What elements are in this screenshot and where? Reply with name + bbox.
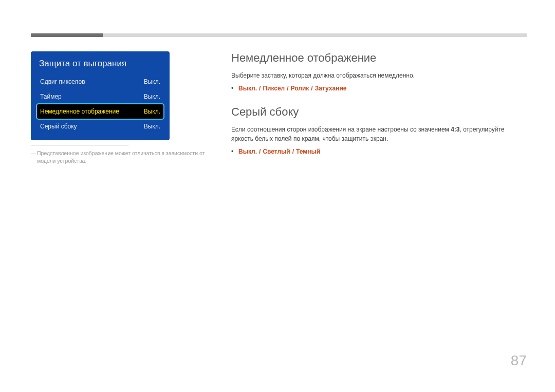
options-line: • Выкл./Пиксел/Ролик/Затухание	[231, 85, 527, 92]
bullet-icon: •	[231, 85, 233, 92]
page-number: 87	[511, 352, 527, 369]
option: Выкл.	[238, 148, 257, 155]
osd-row-value: Выкл.	[144, 93, 160, 100]
section-body: Если соотношения сторон изображения на э…	[231, 125, 527, 144]
osd-row-value: Выкл.	[144, 108, 160, 115]
body-bold: 4:3	[451, 126, 459, 133]
body-pre: Если соотношения сторон изображения на э…	[231, 126, 451, 133]
sep: /	[309, 85, 314, 92]
osd-row-value: Выкл.	[144, 78, 160, 85]
osd-row-value: Выкл.	[144, 123, 160, 130]
option: Выкл.	[238, 85, 257, 92]
section-body: Выберите заставку, которая должна отобра…	[231, 71, 527, 81]
osd-row-side-gray[interactable]: Серый сбоку Выкл.	[37, 119, 163, 134]
disclaimer-text: Представленное изображение может отличат…	[37, 150, 205, 164]
options-line: • Выкл./Светлый/Темный	[231, 148, 527, 155]
section-side-gray: Серый сбоку Если соотношения сторон изоб…	[231, 105, 527, 155]
sep: /	[290, 148, 296, 155]
osd-row-immediate-display[interactable]: Немедленное отображение Выкл.	[37, 104, 163, 119]
disclaimer-rule	[31, 145, 128, 145]
osd-row-label: Серый сбоку	[40, 123, 77, 130]
option: Затухание	[315, 85, 347, 92]
option: Пиксел	[263, 85, 285, 92]
sep: /	[257, 85, 263, 92]
option: Темный	[296, 148, 320, 155]
osd-row-label: Немедленное отображение	[40, 108, 119, 115]
dash-icon: ―	[31, 150, 36, 157]
option: Ролик	[291, 85, 309, 92]
sep: /	[285, 85, 290, 92]
top-rule-accent	[31, 33, 103, 37]
top-rule	[31, 33, 527, 37]
osd-row-pixel-shift[interactable]: Сдвиг пикселов Выкл.	[37, 74, 163, 89]
option: Светлый	[263, 148, 290, 155]
disclaimer-note: ― Представленное изображение может отлич…	[31, 150, 221, 165]
bullet-icon: •	[231, 148, 233, 155]
sep: /	[257, 148, 263, 155]
osd-row-label: Таймер	[40, 93, 62, 100]
section-immediate-display: Немедленное отображение Выберите заставк…	[231, 51, 527, 92]
osd-title: Защита от выгорания	[37, 59, 163, 74]
osd-row-timer[interactable]: Таймер Выкл.	[37, 89, 163, 104]
osd-row-label: Сдвиг пикселов	[40, 78, 85, 85]
section-heading: Немедленное отображение	[231, 51, 527, 65]
osd-panel: Защита от выгорания Сдвиг пикселов Выкл.…	[31, 51, 170, 140]
section-heading: Серый сбоку	[231, 105, 527, 119]
